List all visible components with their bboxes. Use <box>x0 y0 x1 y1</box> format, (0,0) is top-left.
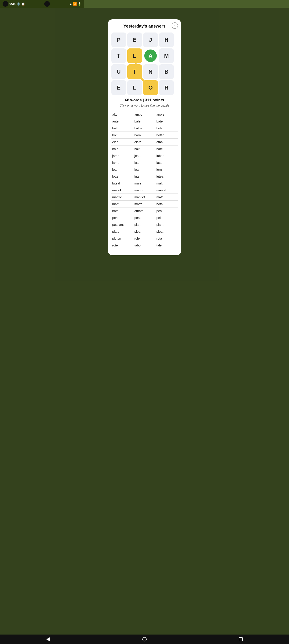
signal-icon: 📶 <box>73 2 77 6</box>
status-right: ▲ 📶 🔋 <box>69 2 81 6</box>
status-left: 9:35 ⚙️ 📋 <box>2 1 25 7</box>
status-circle <box>2 1 8 7</box>
status-bar: 9:35 ⚙️ 📋 ▲ 📶 🔋 <box>0 0 84 8</box>
screenshot-icon: 📋 <box>21 2 25 6</box>
modal-overlay <box>0 8 84 194</box>
settings-icon: ⚙️ <box>17 2 20 6</box>
battery-icon: 🔋 <box>78 2 81 6</box>
notch <box>44 1 50 7</box>
status-time: 9:35 <box>9 2 15 6</box>
wifi-icon: ▲ <box>69 2 72 6</box>
